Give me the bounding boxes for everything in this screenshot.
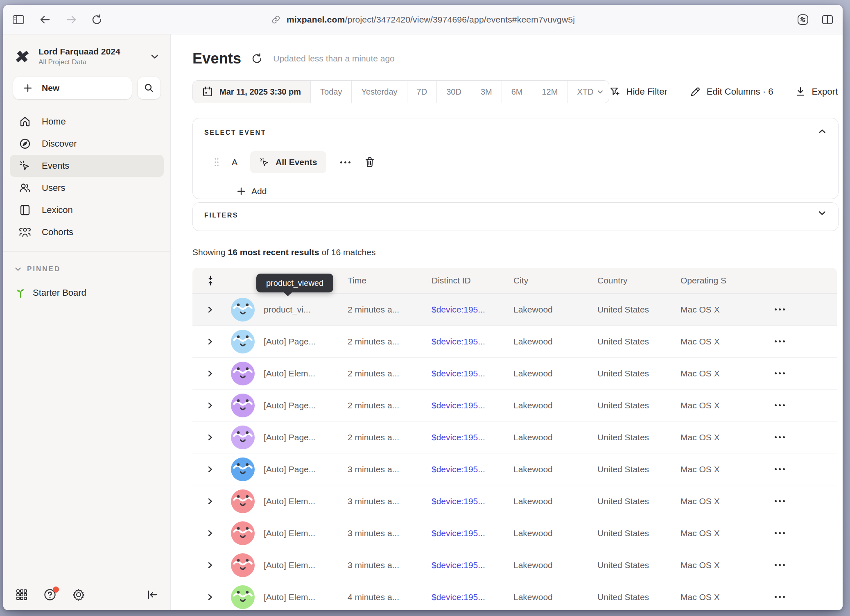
refresh-icon[interactable] xyxy=(252,53,262,64)
reload-icon[interactable] xyxy=(92,14,102,25)
table-row[interactable]: [Auto] Page... 3 minutes a... $device:19… xyxy=(192,453,837,485)
hide-filter-button[interactable]: Hide Filter xyxy=(609,86,667,97)
expand-row-icon[interactable] xyxy=(207,529,231,537)
search-icon xyxy=(144,83,154,93)
row-more-icon[interactable] xyxy=(772,500,837,502)
column-header-country[interactable]: Country xyxy=(597,276,680,285)
gear-icon[interactable] xyxy=(72,588,85,601)
search-button[interactable] xyxy=(138,77,161,99)
expand-row-icon[interactable] xyxy=(207,497,231,505)
date-picker[interactable]: Mar 11, 2025 3:30 pm xyxy=(193,81,311,103)
address-bar[interactable]: mixpanel.com/project/3472420/view/397469… xyxy=(271,15,575,25)
table-row[interactable]: [Auto] Elem... 4 minutes a... $device:19… xyxy=(192,581,837,610)
column-header-time[interactable]: Time xyxy=(348,276,432,285)
distinct-id-link[interactable]: $device:195... xyxy=(432,337,513,346)
distinct-id-link[interactable]: $device:195... xyxy=(432,369,513,378)
column-header-city[interactable]: City xyxy=(513,276,597,285)
table-row[interactable]: [Auto] Elem... 3 minutes a... $device:19… xyxy=(192,485,837,517)
distinct-id-link[interactable]: $device:195... xyxy=(432,592,513,602)
range-30d[interactable]: 30D xyxy=(437,81,471,103)
row-more-icon[interactable] xyxy=(772,468,837,470)
avatar xyxy=(231,489,255,513)
drag-handle[interactable] xyxy=(214,158,219,167)
range-today[interactable]: Today xyxy=(311,81,352,103)
cursor-spark-icon xyxy=(259,157,270,168)
distinct-id-link[interactable]: $device:195... xyxy=(432,560,513,570)
range-xtd-dropdown[interactable]: XTD xyxy=(567,81,609,103)
chevron-down-icon xyxy=(15,267,21,271)
expand-row-icon[interactable] xyxy=(207,337,231,346)
table-row[interactable]: [Auto] Elem... 3 minutes a... $device:19… xyxy=(192,517,837,549)
sidebar-item-home[interactable]: Home xyxy=(10,111,164,133)
row-more-icon[interactable] xyxy=(772,596,837,598)
more-options-icon[interactable] xyxy=(338,161,353,163)
column-header-distinct-id[interactable]: Distinct ID xyxy=(432,276,513,285)
pinned-section-header[interactable]: PINNED xyxy=(3,252,170,273)
expand-row-icon[interactable] xyxy=(207,369,231,378)
expand-row-icon[interactable] xyxy=(207,593,231,601)
apps-grid-icon[interactable] xyxy=(16,589,28,601)
sidebar-item-users[interactable]: Users xyxy=(10,177,164,199)
results-suffix: of 16 matches xyxy=(322,247,376,257)
range-7d[interactable]: 7D xyxy=(407,81,437,103)
distinct-id-link[interactable]: $device:195... xyxy=(432,528,513,538)
back-icon[interactable] xyxy=(39,15,51,25)
distinct-id-link[interactable]: $device:195... xyxy=(432,464,513,474)
workspace-switcher[interactable]: Lord Farquaad 2024 All Project Data xyxy=(3,34,170,70)
compass-icon xyxy=(19,138,31,150)
page-settings-icon[interactable] xyxy=(797,14,809,26)
time-cell: 2 minutes a... xyxy=(348,401,432,410)
sidebar-item-cohorts[interactable]: Cohorts xyxy=(10,221,164,243)
row-more-icon[interactable] xyxy=(772,532,837,534)
range-6m[interactable]: 6M xyxy=(502,81,533,103)
expand-row-icon[interactable] xyxy=(207,306,231,314)
chevron-up-icon[interactable] xyxy=(818,129,826,134)
table-row[interactable]: [Auto] Elem... 3 minutes a... $device:19… xyxy=(192,549,837,581)
column-header-os[interactable]: Operating S xyxy=(680,276,763,285)
sidebar-item-events[interactable]: Events xyxy=(10,155,164,177)
distinct-id-link[interactable]: $device:195... xyxy=(432,305,513,315)
table-row[interactable]: product_vi... 2 minutes a... $device:195… xyxy=(192,293,837,325)
event-selector-chip[interactable]: All Events xyxy=(250,151,326,173)
expand-row-icon[interactable] xyxy=(207,465,231,473)
row-more-icon[interactable] xyxy=(772,564,837,566)
mixpanel-logo xyxy=(14,48,30,65)
expand-row-icon[interactable] xyxy=(207,433,231,442)
help-icon[interactable] xyxy=(43,588,57,601)
table-row[interactable]: [Auto] Page... 2 minutes a... $device:19… xyxy=(192,421,837,453)
table-row[interactable]: [Auto] Page... 2 minutes a... $device:19… xyxy=(192,325,837,357)
expand-row-icon[interactable] xyxy=(207,561,231,569)
new-button[interactable]: New xyxy=(13,77,132,99)
split-view-icon[interactable] xyxy=(821,14,834,25)
country-cell: United States xyxy=(597,305,680,315)
distinct-id-link[interactable]: $device:195... xyxy=(432,496,513,506)
range-yesterday[interactable]: Yesterday xyxy=(352,81,407,103)
url-domain: mixpanel.com xyxy=(287,15,345,24)
row-more-icon[interactable] xyxy=(772,340,837,342)
distinct-id-link[interactable]: $device:195... xyxy=(432,401,513,410)
export-button[interactable]: Export xyxy=(795,86,838,97)
range-3m[interactable]: 3M xyxy=(471,81,502,103)
collapse-rows-icon[interactable] xyxy=(207,275,231,286)
expand-row-icon[interactable] xyxy=(207,401,231,410)
sidebar-toggle-icon[interactable] xyxy=(12,14,25,25)
collapse-sidebar-icon[interactable] xyxy=(147,589,158,600)
country-cell: United States xyxy=(597,337,680,346)
sidebar-item-discover[interactable]: Discover xyxy=(10,133,164,155)
edit-columns-button[interactable]: Edit Columns · 6 xyxy=(689,86,773,97)
chevron-down-icon[interactable] xyxy=(818,211,826,215)
sidebar-item-lexicon[interactable]: Lexicon xyxy=(10,199,164,221)
row-more-icon[interactable] xyxy=(772,436,837,438)
sidebar-item-starter-board[interactable]: Starter Board xyxy=(3,273,170,299)
row-more-icon[interactable] xyxy=(772,308,837,310)
os-cell: Mac OS X xyxy=(680,305,763,315)
table-row[interactable]: [Auto] Page... 2 minutes a... $device:19… xyxy=(192,389,837,421)
trash-icon[interactable] xyxy=(364,156,375,168)
row-more-icon[interactable] xyxy=(772,372,837,374)
os-cell: Mac OS X xyxy=(680,464,763,474)
table-row[interactable]: [Auto] Elem... 2 minutes a... $device:19… xyxy=(192,357,837,389)
distinct-id-link[interactable]: $device:195... xyxy=(432,433,513,442)
range-12m[interactable]: 12M xyxy=(532,81,567,103)
add-event-button[interactable]: Add xyxy=(237,186,827,196)
row-more-icon[interactable] xyxy=(772,404,837,406)
